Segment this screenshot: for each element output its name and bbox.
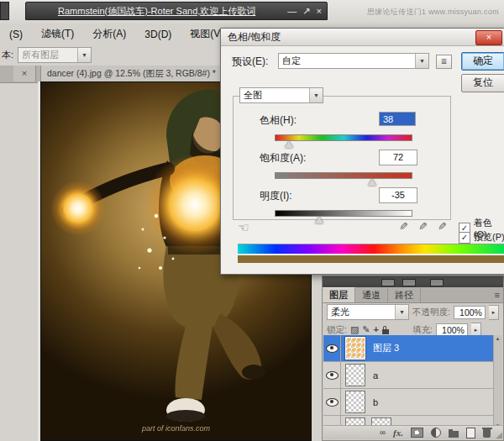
delete-layer-icon[interactable] <box>483 429 491 438</box>
saturation-input[interactable]: 72 <box>379 150 417 165</box>
chevron-down-icon: ▼ <box>309 88 323 102</box>
layer-name: a <box>373 370 378 381</box>
lock-all-icon[interactable] <box>382 329 389 334</box>
blend-mode-row: 柔光 ▼ 不透明度: 100% ▸ <box>323 303 503 321</box>
visibility-eye-icon[interactable] <box>326 344 339 353</box>
menu-item-analysis[interactable]: 分析(A) <box>83 27 135 41</box>
lock-paint-icon[interactable]: ✎ <box>362 325 370 334</box>
document-tab-title: dancer (4).jpg @ 12.5% (图层 3, RGB/8#) * <box>47 68 216 80</box>
new-layer-icon[interactable] <box>466 428 475 438</box>
lock-transparency-icon[interactable]: ▨ <box>350 325 359 334</box>
tab-layers[interactable]: 图层 <box>323 287 355 302</box>
music-player-title: Rammstein(德国战车)-Roter Sand,欢迎上传歌词 <box>31 5 282 18</box>
restore-icon[interactable]: ↗ <box>302 7 310 16</box>
chevron-down-icon: ▼ <box>77 48 91 62</box>
layers-panel-tabs: 图层 通道 路径 ≡ <box>323 287 503 303</box>
fill-label: 填充: <box>412 324 433 336</box>
lightness-label: 明度(I): <box>260 189 292 203</box>
layer-thumbnail[interactable] <box>345 364 365 386</box>
layer-name: 图层 3 <box>373 342 399 354</box>
tab-bar-close-icon[interactable]: × <box>13 66 36 81</box>
eyedropper-plus-icon[interactable]: ✎ <box>418 220 428 233</box>
visibility-eye-icon[interactable] <box>326 371 339 380</box>
tab-channels[interactable]: 通道 <box>355 288 388 302</box>
opacity-value[interactable]: 100% <box>454 306 486 319</box>
opacity-spinner-icon[interactable]: ▸ <box>489 305 499 320</box>
layer-list-scrollbar[interactable]: ▲ ▼ <box>493 335 502 429</box>
sample-dropdown[interactable]: 所有图层 ▼ <box>18 47 92 63</box>
preview-checkbox[interactable]: ✓ <box>459 232 470 244</box>
menu-item-select[interactable]: (S) <box>0 29 32 40</box>
dialog-title: 色相/饱和度 <box>228 30 281 45</box>
music-player-titlebar[interactable]: Rammstein(德国战车)-Roter Sand,欢迎上传歌词 — ↗ × <box>25 2 328 20</box>
hue-input[interactable]: 38 <box>379 112 416 126</box>
photoshop-window: Rammstein(德国战车)-Roter Sand,欢迎上传歌词 — ↗ × … <box>0 0 504 441</box>
saturation-slider-handle[interactable] <box>368 179 376 186</box>
menu-item-filter[interactable]: 滤镜(T) <box>32 27 83 41</box>
colorized-result-bar <box>238 255 504 263</box>
app-titlebar: Rammstein(德国战车)-Roter Sand,欢迎上传歌词 — ↗ × … <box>0 0 504 24</box>
site-watermark: 思缘论坛传送门1 www.missyuan.com <box>367 7 499 18</box>
link-layers-icon[interactable]: ∞ <box>380 428 386 437</box>
new-group-icon[interactable] <box>449 431 459 438</box>
ok-button[interactable]: 确定 <box>461 52 504 71</box>
eyedropper-icon[interactable]: ✎ <box>399 220 408 233</box>
preset-label: 预设(E): <box>232 55 268 69</box>
eyedropper-minus-icon[interactable]: ✎ <box>438 220 447 233</box>
layer-row-tuceng3[interactable]: 图层 3 <box>323 335 502 362</box>
panel-group-header[interactable] <box>323 276 503 287</box>
layer-thumbnail[interactable] <box>345 391 365 413</box>
lightness-slider-handle[interactable] <box>315 217 323 223</box>
channel-dropdown[interactable]: 全图 ▼ <box>239 87 323 103</box>
spectrum-bar <box>238 244 504 254</box>
panel-header-button[interactable] <box>381 279 395 286</box>
layers-panel: 图层 通道 路径 ≡ 柔光 ▼ 不透明度: 100% ▸ 锁定: ▨ ✎ + 填… <box>322 276 504 441</box>
layer-row-b[interactable]: b <box>323 389 502 416</box>
scroll-up-icon[interactable]: ▲ <box>494 336 501 341</box>
chevron-down-icon: ▼ <box>415 54 428 68</box>
layer-name: b <box>373 397 378 407</box>
layer-style-fx-icon[interactable]: fx. <box>393 428 403 437</box>
saturation-slider[interactable] <box>275 172 412 179</box>
menu-item-3d[interactable]: 3D(D) <box>135 29 181 40</box>
adjustment-layer-icon[interactable] <box>431 428 441 438</box>
layers-panel-toolbar: ∞ fx. <box>323 425 502 439</box>
image-watermark: part of iconfans.com <box>40 424 312 433</box>
chevron-down-icon: ▼ <box>395 305 408 319</box>
panel-header-button[interactable] <box>430 279 444 286</box>
layer-list: 图层 3 a b <box>323 335 502 429</box>
preset-dropdown[interactable]: 自定 ▼ <box>278 53 429 69</box>
targeted-adjustment-icon[interactable]: ☜ <box>238 220 249 235</box>
preview-label: 预览(P) <box>474 231 504 244</box>
saturation-label: 饱和度(A): <box>260 151 306 165</box>
visibility-eye-icon[interactable] <box>326 398 339 407</box>
hue-saturation-dialog: 色相/饱和度 × 预设(E): 自定 ▼ ≣ 确定 复位 全图 ▼ 色相(H):… <box>220 28 504 275</box>
dialog-close-button[interactable]: × <box>475 30 502 45</box>
layer-thumbnail[interactable] <box>345 337 365 360</box>
layer-row-a[interactable]: a <box>323 362 502 389</box>
close-icon[interactable]: × <box>317 7 322 16</box>
hue-slider[interactable] <box>275 134 412 141</box>
dialog-titlebar[interactable]: 色相/饱和度 <box>221 29 504 46</box>
lightness-slider[interactable] <box>275 210 412 217</box>
tab-paths[interactable]: 路径 <box>388 288 421 302</box>
minimize-icon[interactable]: — <box>287 7 297 16</box>
window-fragment <box>0 2 9 20</box>
document-tab[interactable]: dancer (4).jpg @ 12.5% (图层 3, RGB/8#) * … <box>40 66 234 81</box>
blend-mode-dropdown[interactable]: 柔光 ▼ <box>327 304 409 320</box>
preset-options-icon[interactable]: ≣ <box>436 55 452 69</box>
resize-grip-icon[interactable]: ◢ <box>496 431 502 439</box>
sample-label: 本: <box>2 49 13 61</box>
hue-slider-handle[interactable] <box>285 141 293 148</box>
lightness-input[interactable]: -35 <box>379 187 417 203</box>
lock-move-icon[interactable]: + <box>374 325 379 334</box>
lock-label: 锁定: <box>327 324 347 336</box>
panel-menu-icon[interactable]: ≡ <box>495 290 500 300</box>
add-layer-mask-icon[interactable] <box>411 428 423 438</box>
reset-button[interactable]: 复位 <box>461 74 504 92</box>
opacity-label: 不透明度: <box>412 307 450 318</box>
panel-header-button[interactable] <box>402 279 416 286</box>
hue-label: 色相(H): <box>260 113 297 128</box>
